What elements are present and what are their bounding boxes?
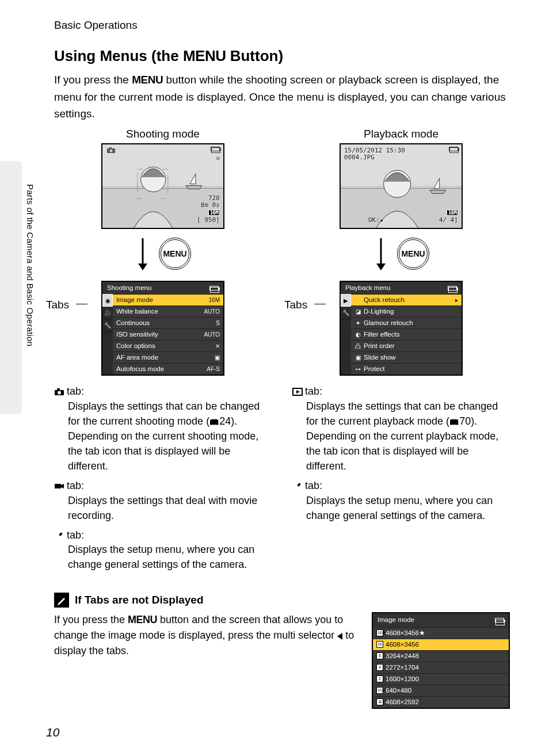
intro-paragraph: If you press the MENU button while the s… (54, 71, 510, 122)
tab-wrench-icon: 🔧 (102, 319, 113, 332)
playback-menu-title: Playback menu (345, 284, 391, 292)
tab-description: tab:Displays the settings that deal with… (54, 479, 272, 523)
svg-marker-14 (376, 264, 386, 270)
menu-item: 164608×3456 (373, 639, 509, 650)
svg-marker-16 (296, 390, 300, 394)
tab-description: tab:Displays the setup menu, where you c… (54, 529, 272, 572)
svg-point-4 (110, 150, 113, 152)
menu-item: ◐Filter effects (351, 329, 462, 340)
tab-movie-icon: 🎥 (102, 307, 113, 319)
tab-description: tab:Displays the settings that can be ch… (292, 385, 510, 474)
menu-item: 16★4608×3456★ (373, 627, 509, 639)
menu-item: 21600×1200 (373, 673, 509, 685)
wrench-icon (292, 482, 303, 490)
menu-item: 42272×1704 (373, 662, 509, 673)
menu-item: ContinuousS (113, 317, 223, 329)
svg-marker-6 (138, 264, 147, 270)
tabs-callout-label: Tabs (284, 298, 307, 312)
menu-item: ⧉4608×2592 (373, 696, 509, 708)
menu-item: VGA640×480 (373, 685, 509, 696)
page-number: 10 (46, 724, 59, 740)
note-body-text: If you press the MENU button and the scr… (54, 612, 354, 708)
menu-item: Autofocus modeAF-S (113, 363, 223, 375)
menu-item: ✦Glamour retouch (351, 317, 462, 329)
image-mode-panel: Image mode 16★4608×3456★164608×345683264… (372, 612, 510, 708)
tab-wrench-icon: 🔧 (341, 307, 351, 319)
svg-point-9 (58, 391, 61, 395)
tabs-callout-label: Tabs (46, 298, 69, 312)
menu-item: Color options✕ (113, 340, 223, 352)
note-pencil-icon (54, 593, 69, 608)
tab-description: tab:Displays the settings that can be ch… (54, 385, 272, 474)
shooting-menu-panel: Shooting menu ◉ 🎥 🔧 Image mode16MWhite b… (101, 281, 224, 376)
camera-icon (54, 388, 64, 396)
play-icon (292, 388, 303, 396)
menu-item: 凸Print order (351, 340, 462, 352)
menu-item: Image mode16M (113, 294, 223, 306)
svg-marker-11 (61, 484, 64, 488)
movie-icon (54, 482, 64, 490)
tab-play-icon: ▶ (341, 294, 351, 307)
arrow-down-icon (135, 237, 151, 270)
menu-item: ⊶Protect (351, 363, 462, 375)
wrench-icon (54, 532, 64, 540)
shooting-menu-title: Shooting menu (107, 284, 151, 292)
shooting-mode-title: Shooting mode (54, 127, 272, 142)
menu-item: ◪D-Lighting (351, 306, 462, 317)
tab-description: tab:Displays the setup menu, where you c… (292, 479, 510, 523)
page-title: Using Menus (the MENU Button) (54, 47, 510, 66)
menu-item: White balanceAUTO (113, 306, 223, 317)
playback-menu-panel: Playback menu ▶ 🔧 ✨Quick retouch▸◪D-Ligh… (340, 281, 463, 376)
breadcrumb: Basic Operations (54, 18, 510, 33)
menu-item: ✨Quick retouch▸ (351, 294, 462, 306)
image-mode-title: Image mode (378, 615, 414, 625)
menu-button-icon: MENU (159, 238, 191, 270)
playback-lcd-illustration: 15/05/2012 15:30 0004.JPG 16M OK:★ 4/ 4] (340, 143, 463, 229)
arrow-down-icon (373, 237, 389, 270)
menu-button-icon: MENU (397, 238, 429, 270)
shooting-lcd-illustration: ☺ 720 8m 0s 16M [ 950] (101, 143, 224, 229)
left-arrow-icon (337, 633, 342, 640)
svg-rect-3 (109, 147, 112, 149)
menu-item: ISO sensitivityAUTO (113, 329, 223, 340)
svg-rect-8 (57, 388, 60, 391)
menu-item: 83264×2448 (373, 650, 509, 662)
tab-camera-icon: ◉ (102, 294, 113, 307)
menu-item: AF area mode▣ (113, 352, 223, 363)
svg-rect-10 (55, 484, 61, 488)
note-title: If Tabs are not Displayed (75, 593, 203, 608)
playback-mode-title: Playback mode (292, 127, 510, 142)
menu-item: ▣Slide show (351, 352, 462, 363)
menu-word: MENU (183, 47, 226, 64)
